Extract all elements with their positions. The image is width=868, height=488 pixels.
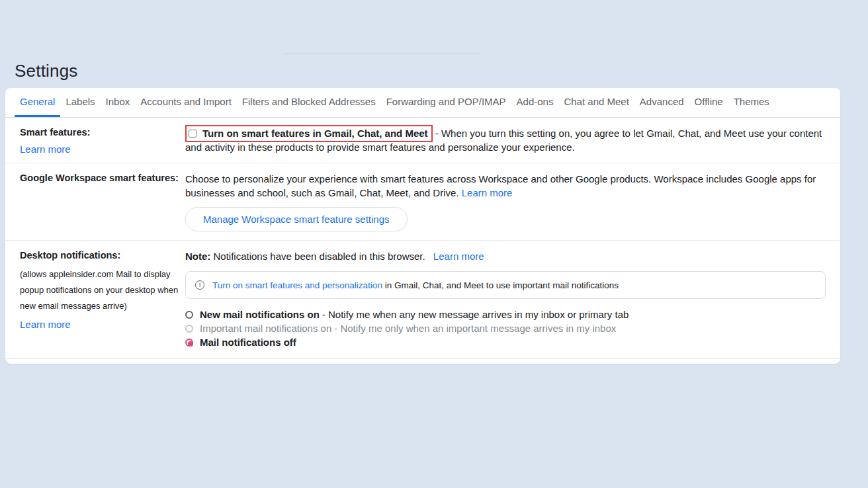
workspace-learn-more-link[interactable]: Learn more (462, 187, 513, 198)
tab-advanced[interactable]: Advanced (634, 88, 689, 117)
tab-filters-and-blocked-addresses[interactable]: Filters and Blocked Addresses (237, 88, 381, 117)
manage-workspace-settings-button[interactable]: Manage Workspace smart feature settings (185, 207, 408, 231)
desktop-notifications-label-cell: Desktop notifications: (allows appleinsi… (20, 249, 185, 358)
tab-forwarding-and-pop-imap[interactable]: Forwarding and POP/IMAP (381, 88, 511, 117)
radio-label[interactable]: New mail notifications on (200, 307, 320, 321)
info-banner-text: Turn on smart features and personalizati… (212, 278, 619, 292)
note-text: Notifications have been disabled in this… (214, 251, 425, 262)
window-edge-artifact (284, 54, 480, 54)
radio-description: - Notify me when any new message arrives… (322, 307, 629, 321)
workspace-label: Google Workspace smart features: (20, 172, 185, 184)
desktop-notifications-body: Note: Notifications have been disabled i… (185, 249, 826, 358)
desktop-notifications-label: Desktop notifications: (20, 249, 185, 262)
radio-button (185, 325, 193, 333)
tab-offline[interactable]: Offline (689, 88, 728, 117)
notifications-note: Note: Notifications have been disabled i… (185, 249, 826, 263)
workspace-smart-features-row: Google Workspace smart features: Choose … (5, 163, 840, 241)
info-icon (195, 280, 204, 290)
settings-tab-bar: General Labels Inbox Accounts and Import… (5, 88, 840, 118)
smart-features-highlight-box: Turn on smart features in Gmail, Chat, a… (185, 125, 433, 142)
smart-features-learn-more-link[interactable]: Learn more (20, 143, 71, 155)
radio-button[interactable] (185, 311, 193, 319)
settings-card: General Labels Inbox Accounts and Import… (5, 88, 840, 364)
radio-important-mail-notifications-on: Important mail notifications on - Notify… (185, 321, 826, 335)
smart-features-row: Smart features: Learn more Turn on smart… (5, 118, 840, 163)
info-banner-rest: in Gmail, Chat, and Meet to use importan… (385, 280, 619, 290)
workspace-label-cell: Google Workspace smart features: (20, 172, 185, 240)
tab-general[interactable]: General (15, 88, 60, 117)
radio-label: Important mail notifications on (200, 321, 331, 335)
workspace-body: Choose to personalize your experience wi… (185, 172, 826, 240)
smart-features-label-cell: Smart features: Learn more (20, 126, 185, 163)
info-banner-link[interactable]: Turn on smart features and personalizati… (212, 280, 382, 290)
smart-features-label: Smart features: (20, 126, 185, 139)
radio-label[interactable]: Mail notifications off (200, 335, 296, 349)
desktop-notifications-learn-more-link[interactable]: Learn more (20, 319, 71, 330)
tab-chat-and-meet[interactable]: Chat and Meet (558, 88, 634, 117)
tab-accounts-and-import[interactable]: Accounts and Import (135, 88, 237, 117)
tab-themes[interactable]: Themes (728, 88, 775, 117)
note-label: Note: (185, 251, 210, 262)
smart-features-info-banner: Turn on smart features and personalizati… (185, 271, 826, 299)
radio-description: - Notify me only when an important messa… (334, 321, 616, 335)
desktop-notifications-sublabel: (allows appleinsider.com Mail to display… (20, 266, 182, 314)
tab-add-ons[interactable]: Add-ons (511, 88, 559, 117)
smart-features-body: Turn on smart features in Gmail, Chat, a… (185, 126, 826, 163)
desktop-notifications-row: Desktop notifications: (allows appleinsi… (5, 241, 840, 359)
smart-features-checkbox[interactable] (189, 130, 196, 138)
note-learn-more-link[interactable]: Learn more (433, 251, 484, 262)
radio-button[interactable] (185, 339, 193, 346)
radio-new-mail-notifications-on: New mail notifications on - Notify me wh… (185, 307, 826, 321)
tab-labels[interactable]: Labels (60, 88, 100, 117)
smart-features-checkbox-label[interactable]: Turn on smart features in Gmail, Chat, a… (202, 128, 428, 139)
page-title: Settings (15, 61, 78, 81)
radio-mail-notifications-off: Mail notifications off (185, 335, 826, 349)
notification-radio-group: New mail notifications on - Notify me wh… (185, 307, 826, 349)
tab-inbox[interactable]: Inbox (101, 88, 136, 117)
